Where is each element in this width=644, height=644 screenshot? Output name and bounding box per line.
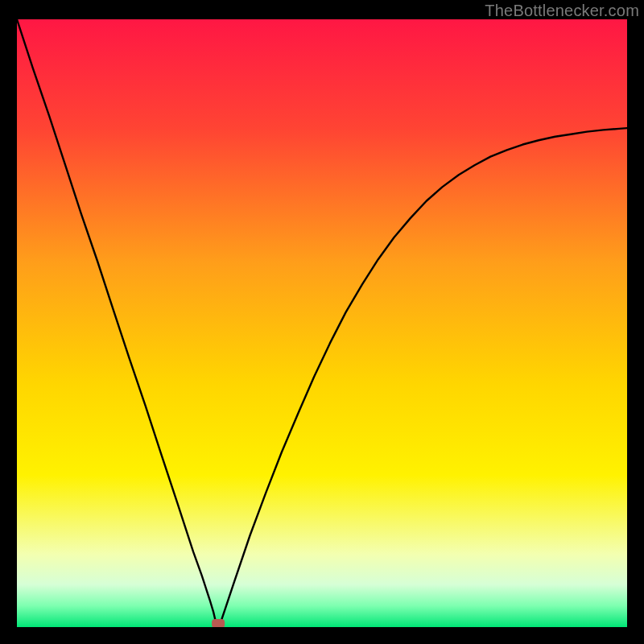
bottleneck-chart bbox=[17, 19, 627, 627]
chart-svg bbox=[17, 19, 627, 627]
chart-frame: TheBottlenecker.com bbox=[0, 0, 644, 644]
optimal-marker bbox=[212, 619, 225, 627]
watermark-text: TheBottlenecker.com bbox=[485, 2, 639, 20]
chart-background bbox=[17, 19, 627, 627]
